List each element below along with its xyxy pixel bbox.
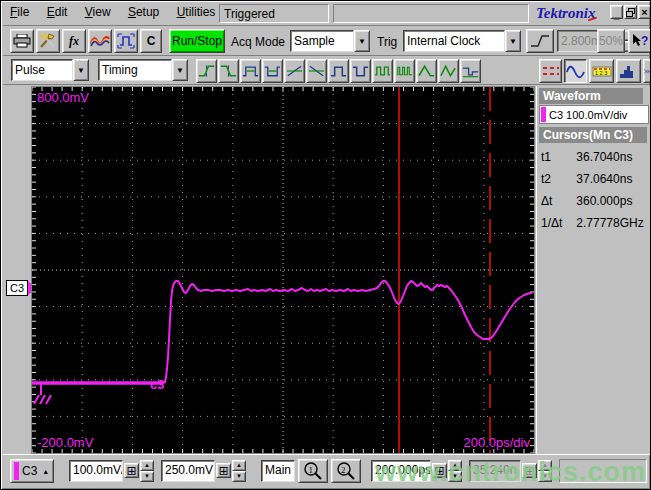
- vertical-scale-field[interactable]: 100.0mV/: [69, 460, 123, 482]
- trig-source-select[interactable]: Internal Clock ▼: [403, 30, 521, 52]
- trig-label: Trig: [377, 35, 397, 49]
- measure-class-value: Timing: [98, 59, 172, 81]
- menu-setup[interactable]: Setup: [121, 2, 166, 22]
- measure-pos-width-button[interactable]: [240, 59, 261, 83]
- vertical-offset-spinner[interactable]: ▲▼: [232, 460, 246, 482]
- bottom-control-bar: C3 ▲ 100.0mV/ ⊞ ▲▼ 250.0mV ⊞ ▲▼ Main 1: [3, 454, 650, 489]
- close-button[interactable]: ×: [638, 5, 651, 19]
- measure-rise-time-button[interactable]: [196, 59, 217, 83]
- trigger-status-indicator: Triggered: [219, 4, 329, 23]
- channel-color-swatch: [14, 462, 19, 480]
- measure-peak-button[interactable]: [416, 59, 437, 83]
- readout-row-1dt: 1/Δt 2.77778GHz: [541, 212, 649, 234]
- setup-tools-button[interactable]: [36, 29, 60, 53]
- restore-icon: [626, 8, 635, 17]
- autoset-button[interactable]: [114, 29, 138, 53]
- waveform-display-button[interactable]: [564, 59, 587, 83]
- svg-text:?: ?: [641, 34, 648, 48]
- clear-icon: C: [147, 34, 156, 48]
- chevron-down-icon[interactable]: ▼: [172, 59, 188, 81]
- menu-edit[interactable]: Edit: [40, 2, 75, 22]
- readout-row-t2: t2 37.0640ns: [541, 168, 649, 190]
- channel-select-button[interactable]: C3 ▲: [10, 459, 54, 483]
- fx-icon: fx: [69, 34, 79, 49]
- measure-amplitude-button[interactable]: [438, 59, 459, 83]
- trigger-status-text: Triggered: [224, 7, 275, 21]
- keypad-icon[interactable]: ⊞: [522, 463, 537, 478]
- keypad-icon[interactable]: ⊞: [432, 463, 447, 478]
- waveform-database-button[interactable]: [88, 29, 112, 53]
- top-scale-label: 800.0mV: [37, 90, 89, 105]
- channel-marker-c3[interactable]: C3: [6, 280, 28, 296]
- measure-period-button[interactable]: [372, 59, 393, 83]
- timebase-main-field: Main: [261, 460, 295, 482]
- horizontal-position-spinner: ▲▼: [538, 460, 552, 482]
- help-pointer-icon: ?: [631, 33, 649, 49]
- cursors-icon: [542, 64, 560, 78]
- timebase-scale-label: 200.0ps/div: [464, 435, 531, 450]
- minimize-button[interactable]: _: [610, 5, 623, 19]
- acq-mode-select[interactable]: Sample ▼: [290, 30, 370, 52]
- clear-data-button[interactable]: C: [140, 29, 162, 53]
- measure-category-select[interactable]: Pulse ▼: [11, 59, 89, 81]
- chevron-down-icon[interactable]: ▼: [505, 30, 521, 52]
- trigger-slope-button[interactable]: [526, 29, 554, 53]
- negative-crossing-icon: [307, 64, 326, 78]
- magnifier-2-button[interactable]: 2: [331, 459, 361, 483]
- grid: [32, 87, 534, 453]
- measure-settling-button[interactable]: [460, 59, 481, 83]
- positive-crossing-icon: [285, 64, 304, 78]
- menu-view[interactable]: View: [78, 2, 118, 22]
- channel-scale-row[interactable]: C3 100.0mV/div: [539, 105, 649, 124]
- measure-pos-pulse-button[interactable]: [328, 59, 349, 83]
- channel-color-swatch: [541, 107, 546, 122]
- eye-diagram-display-button[interactable]: [643, 59, 651, 83]
- printer-icon: [13, 34, 31, 48]
- fall-time-icon: [219, 64, 238, 78]
- magnifier-2-icon: 2: [336, 462, 356, 480]
- waveform-display-icon: [566, 64, 585, 79]
- eye-diagram-icon: [644, 64, 651, 79]
- cursor-readouts: t1 36.7040ns t2 37.0640ns Δt 360.000ps 1…: [541, 146, 649, 234]
- cursors-display-button[interactable]: [539, 59, 562, 83]
- vertical-scale-spinner[interactable]: ▲▼: [140, 460, 154, 482]
- readout-row-dt: Δt 360.000ps: [541, 190, 649, 212]
- tools-icon: [39, 33, 57, 49]
- run-stop-button[interactable]: Run/Stop: [169, 29, 225, 53]
- measure-pos-cross-button[interactable]: [284, 59, 305, 83]
- context-help-button[interactable]: ?: [628, 29, 651, 53]
- chevron-up-icon: ▲: [42, 468, 49, 475]
- measure-neg-width-button[interactable]: [262, 59, 283, 83]
- trace-label: c3: [150, 377, 164, 392]
- chevron-down-icon[interactable]: ▼: [73, 59, 89, 81]
- print-button[interactable]: [10, 29, 34, 53]
- magnifier-1-button[interactable]: 1: [298, 459, 328, 483]
- trigger-slope-icon: [530, 34, 550, 48]
- period-icon: [373, 64, 392, 78]
- horizontal-scale-field[interactable]: 200.000ps: [371, 460, 431, 482]
- positive-width-icon: [241, 64, 260, 78]
- menu-file[interactable]: File: [3, 2, 36, 22]
- horizontal-scale-spinner[interactable]: ▲▼: [448, 460, 462, 482]
- math-fx-button[interactable]: fx: [62, 29, 86, 53]
- chevron-down-icon[interactable]: ▼: [354, 30, 370, 52]
- menu-utilities[interactable]: Utilities: [170, 2, 223, 22]
- restore-button[interactable]: [624, 5, 637, 19]
- measure-class-select[interactable]: Timing ▼: [98, 59, 188, 81]
- vertical-offset-field[interactable]: 250.0mV: [161, 460, 215, 482]
- keypad-icon[interactable]: ⊞: [216, 463, 231, 478]
- histogram-display-button[interactable]: [616, 59, 641, 83]
- keypad-icon[interactable]: ⊞: [124, 463, 139, 478]
- waveform-plot[interactable]: c3 800.0mV -200.0mV 200.0ps/div: [31, 86, 535, 454]
- set-50-percent-button[interactable]: 50%: [597, 29, 625, 53]
- measure-burst-button[interactable]: [394, 59, 415, 83]
- minimize-icon: _: [614, 12, 620, 18]
- measurements-display-button[interactable]: 1 2 3: [589, 59, 614, 83]
- rise-time-icon: [197, 64, 216, 78]
- svg-text:1: 1: [309, 465, 314, 475]
- measure-fall-time-button[interactable]: [218, 59, 239, 83]
- measure-neg-cross-button[interactable]: [306, 59, 327, 83]
- measure-neg-pulse-button[interactable]: [350, 59, 371, 83]
- bottom-scale-label: -200.0mV: [37, 435, 94, 450]
- application-window: File Edit View Setup Utilities Help Trig…: [0, 0, 651, 490]
